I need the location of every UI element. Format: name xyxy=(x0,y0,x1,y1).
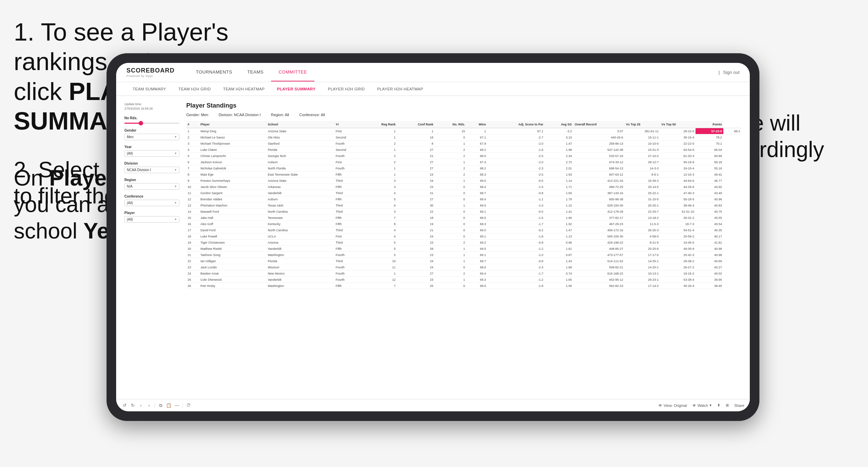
table-cell: Brendan Valdes xyxy=(199,196,266,202)
table-cell: Gordon Sargent xyxy=(199,190,266,196)
table-cell: Bastien Amat xyxy=(199,270,266,277)
table-row[interactable]: 18Luke PowellUCLAFirst424069.1-1.81.1350… xyxy=(186,233,742,240)
table-cell: First xyxy=(334,159,362,165)
nav-item-committee[interactable]: COMMITTEE xyxy=(271,63,315,81)
table-cell: 69.2 xyxy=(466,240,487,246)
sub-nav-team-h2h-heatmap[interactable]: TEAM H2H HEATMAP xyxy=(217,84,271,94)
undo-icon[interactable]: ↺ xyxy=(122,403,127,408)
table-cell: 2 xyxy=(435,153,466,159)
table-row[interactable]: 23Jack LundinMissouriFourth1124068.6-2.3… xyxy=(186,264,742,270)
slider-thumb[interactable] xyxy=(139,121,143,125)
gender-arrow: ▼ xyxy=(174,135,177,138)
table-row[interactable]: 9Preston SummerhaysArizona StateThird324… xyxy=(186,178,742,184)
table-row[interactable]: 15Jake HallTennesseeFifth718068.5-1.51.6… xyxy=(186,215,742,221)
table-cell: 69.5 xyxy=(466,246,487,252)
table-row[interactable]: 13Phichakon MaichonTexas A&MThird630169.… xyxy=(186,202,742,209)
table-cell: Maxwell Ford xyxy=(199,209,266,215)
table-cell: 40.96 xyxy=(695,196,723,202)
table-cell: 473-177-57 xyxy=(573,252,624,258)
table-cell: 49-35-9 xyxy=(660,246,695,252)
table-row[interactable]: 16Alex GoffKentuckyFifth819068.3-1.71.92… xyxy=(186,221,742,227)
table-cell: 8 xyxy=(186,171,199,178)
table-row[interactable]: 14Maxwell FordNorth CarolinaThird322069.… xyxy=(186,209,742,215)
table-cell: 61-20-3 xyxy=(660,153,695,159)
table-cell: 3.10 xyxy=(545,134,573,141)
table-row[interactable]: 3Michael ThorbjornsenStanfordFourth28167… xyxy=(186,141,742,147)
no-rds-slider[interactable] xyxy=(124,123,179,124)
table-row[interactable]: 26Petr HrubyWashingtonFifth725068.6-1.81… xyxy=(186,283,742,289)
forward-icon[interactable]: › xyxy=(146,403,152,408)
table-row[interactable]: 4Luke ClatonFloridaSecond127268.2-1.61.9… xyxy=(186,147,742,153)
table-cell: -0.5 xyxy=(487,178,545,184)
clock-icon[interactable]: ⏱ xyxy=(186,403,191,408)
table-cell: 4 xyxy=(362,190,397,196)
table-row[interactable]: 12Brendan ValdesAuburnFifth527068.4-1.11… xyxy=(186,196,742,202)
table-cell: -2.7 xyxy=(487,134,545,141)
filter-division-display: Division: NCAA Division I xyxy=(219,113,260,117)
table-cell: 607-63-12 xyxy=(573,171,624,178)
table-cell: 44-64-6 xyxy=(660,178,695,184)
table-cell: 0 xyxy=(435,196,466,202)
dash-icon[interactable]: — xyxy=(174,403,180,408)
table-cell: 51-51-10 xyxy=(660,209,695,215)
table-row[interactable]: 22Ian GilliganFloridaThird1024168.7-0.81… xyxy=(186,258,742,264)
table-cell: 18 xyxy=(397,134,435,141)
nav-item-tournaments[interactable]: TOURNAMENTS xyxy=(188,63,240,81)
table-cell: 533-57-16 xyxy=(573,153,624,159)
table-row[interactable]: 21Taehoon SongWashingtonFourth523169.1-1… xyxy=(186,252,742,258)
table-cell: 22-22-0 xyxy=(660,141,695,147)
table-cell: First xyxy=(334,233,362,240)
table-cell: 12 xyxy=(186,196,199,202)
watch-btn[interactable]: 👁 Watch ▾ xyxy=(692,403,712,408)
table-cell: 1.47 xyxy=(545,141,573,147)
sub-nav-player-summary[interactable]: PLAYER SUMMARY xyxy=(271,84,322,94)
redo-icon[interactable]: ↻ xyxy=(130,403,135,408)
sub-nav-player-h2h-grid[interactable]: PLAYER H2H GRID xyxy=(322,84,371,94)
table-cell: 7 xyxy=(362,283,397,289)
sub-nav-team-summary[interactable]: TEAM SUMMARY xyxy=(126,84,172,94)
table-row[interactable]: 19Tiger ChristensenArizonaThird523269.2-… xyxy=(186,240,742,246)
player-select[interactable]: (All) ▼ xyxy=(124,216,179,223)
sign-out-link[interactable]: Sign out xyxy=(723,70,739,75)
table-row[interactable]: 17David FordNorth CarolinaThird421069.0-… xyxy=(186,227,742,233)
table-row[interactable]: 7Nicholas GabrelcikNorth FloridaFourth12… xyxy=(186,165,742,171)
conference-select[interactable]: (All) ▼ xyxy=(124,200,179,206)
table-cell: 54-51-4 xyxy=(660,227,695,233)
filters-panel: Update time: 27/03/2024 16:56:26 No Rds.… xyxy=(124,102,179,405)
table-cell: 68.3 xyxy=(466,171,487,178)
table-cell: 1.43 xyxy=(545,258,573,264)
table-row[interactable]: 20Matthew RiedelVanderbiltFifth528169.5-… xyxy=(186,246,742,252)
table-row[interactable]: 11Gordon SargentVanderbiltThird421068.7-… xyxy=(186,190,742,196)
table-cell: 5 xyxy=(186,153,199,159)
table-row[interactable]: 6Jackson KoivunAuburnFirst227167.3-2.02.… xyxy=(186,159,742,165)
table-row[interactable]: 8Mats EgeEast Tennessee StateFifth124268… xyxy=(186,171,742,178)
nav-item-teams[interactable]: TEAMS xyxy=(240,63,271,81)
table-cell: East Tennessee State xyxy=(266,171,334,178)
table-row[interactable]: 24Bastien AmatNew MexicoFourth127269.4-1… xyxy=(186,270,742,277)
gender-select[interactable]: Men ▼ xyxy=(124,134,179,140)
paste-icon[interactable]: 📋 xyxy=(166,403,171,408)
table-cell: 5 xyxy=(362,252,397,258)
copy-icon[interactable]: ⧉ xyxy=(158,403,163,408)
player-filter: Player (All) ▼ xyxy=(124,211,179,223)
table-row[interactable]: 25Cole SherwoodVanderbiltFourth1223169.3… xyxy=(186,277,742,283)
sub-nav-player-h2h-heatmap[interactable]: PLAYER H2H HEATMAP xyxy=(371,84,429,94)
sub-nav-team-h2h-grid[interactable]: TEAM H2H GRID xyxy=(172,84,217,94)
region-select[interactable]: N/A ▼ xyxy=(124,183,179,190)
division-select[interactable]: NCAA Division I ▼ xyxy=(124,167,179,173)
back-icon[interactable]: ‹ xyxy=(138,403,144,408)
share-btn[interactable]: Share xyxy=(734,403,744,408)
export-btn[interactable]: ⬆ xyxy=(717,403,720,408)
table-row[interactable]: 2Michael Le SassoOle MissSecond118067.1-… xyxy=(186,134,742,141)
table-row[interactable]: 5Christo LamprechtGeorgia TechFourth2212… xyxy=(186,153,742,159)
table-cell: -1.0 xyxy=(487,202,545,209)
table-row[interactable]: 1Wenyi DingArizona StateFirst1115167.1-3… xyxy=(186,128,742,134)
grid-btn[interactable]: ⊞ xyxy=(726,403,729,408)
table-cell: 1.66 xyxy=(545,215,573,221)
year-select[interactable]: (All) ▼ xyxy=(124,150,179,157)
view-original-btn[interactable]: 👁 View: Original xyxy=(658,403,687,408)
table-filters: Gender: Men Division: NCAA Division I Re… xyxy=(186,113,742,117)
table-row[interactable]: 10Jacob Skov OlesenArkansasFifth323068.4… xyxy=(186,184,742,190)
table-cell: Christo Lamprecht xyxy=(199,153,266,159)
table-cell: 4 xyxy=(362,233,397,240)
